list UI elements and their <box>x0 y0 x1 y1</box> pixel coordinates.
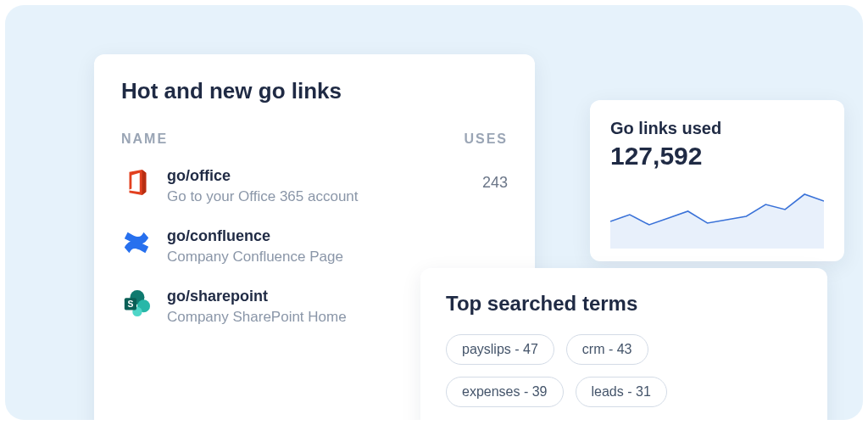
link-desc: Go to your Office 365 account <box>167 188 467 205</box>
link-row[interactable]: go/confluence Company Confluence Page <box>121 227 508 266</box>
link-row[interactable]: go/office Go to your Office 365 account … <box>121 167 508 205</box>
top-searched-terms-card: Top searched terms payslips - 47 crm - 4… <box>420 268 827 420</box>
go-links-used-value: 127,592 <box>610 142 824 171</box>
link-desc: Company Confluence Page <box>167 249 492 266</box>
uses-column-header: USES <box>464 131 508 147</box>
confluence-icon <box>121 227 152 258</box>
top-searched-terms-title: Top searched terms <box>446 292 802 316</box>
go-links-used-card: Go links used 127,592 <box>590 100 844 261</box>
search-term-pill[interactable]: leads - 31 <box>576 377 667 407</box>
office-icon <box>121 167 152 198</box>
link-uses: 243 <box>482 167 508 192</box>
search-term-pill[interactable]: crm - 43 <box>566 334 648 365</box>
sparkline-chart <box>610 181 824 249</box>
hot-links-column-headers: NAME USES <box>121 131 508 147</box>
dashboard-stage: Hot and new go links NAME USES go/office… <box>5 5 863 420</box>
hot-links-title: Hot and new go links <box>121 78 508 104</box>
search-term-pill[interactable]: expenses - 39 <box>446 377 564 407</box>
name-column-header: NAME <box>121 131 168 147</box>
search-term-pill[interactable]: payslips - 47 <box>446 334 554 365</box>
sharepoint-icon: S <box>121 288 152 318</box>
svg-text:S: S <box>127 299 133 309</box>
go-links-used-title: Go links used <box>610 119 824 138</box>
link-name: go/confluence <box>167 227 492 245</box>
link-name: go/office <box>167 167 467 185</box>
